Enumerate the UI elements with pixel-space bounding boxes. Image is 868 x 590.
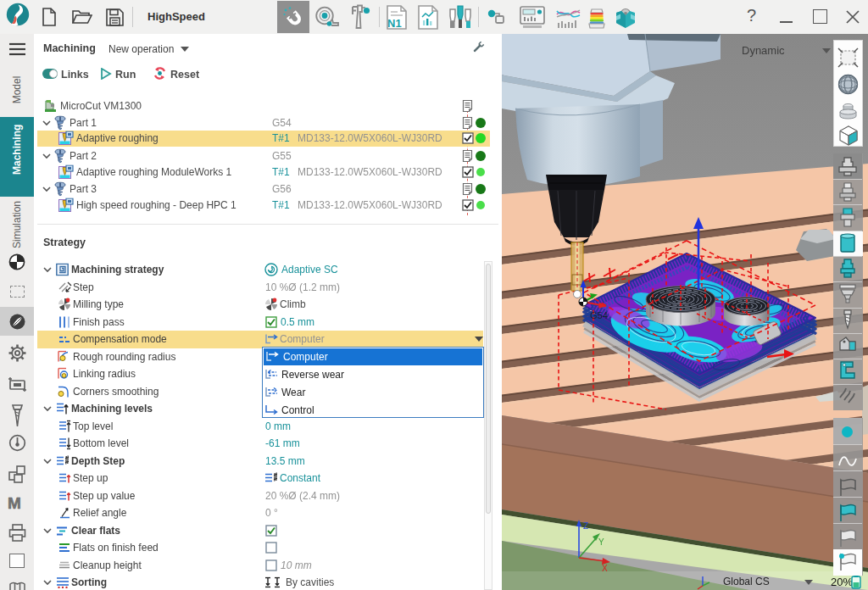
svg-text:G54: G54 (590, 310, 608, 320)
svg-text:Dynamic: Dynamic (742, 44, 785, 57)
svg-text:Y: Y (598, 537, 604, 547)
svg-text:20%: 20% (831, 576, 853, 588)
svg-text:Z: Z (583, 521, 588, 531)
svg-text:Global CS: Global CS (723, 576, 770, 587)
svg-text:N1: N1 (387, 17, 402, 30)
